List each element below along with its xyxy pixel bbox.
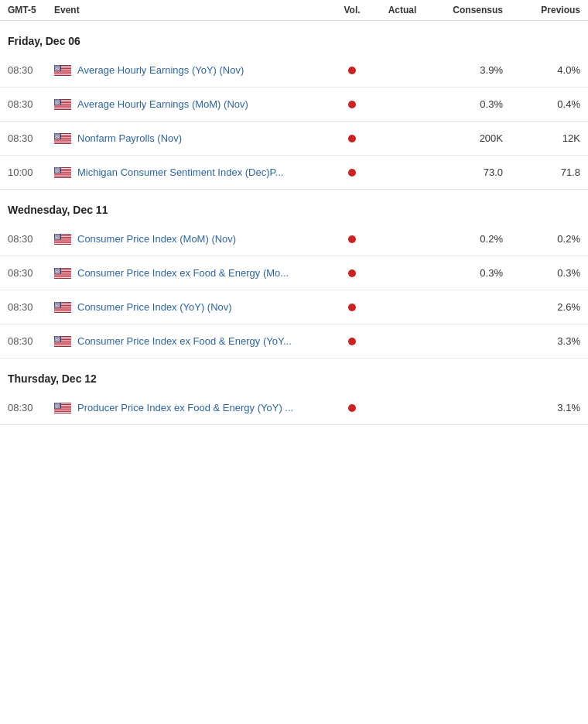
svg-rect-176 [54, 243, 71, 244]
svg-point-61 [56, 100, 57, 101]
svg-point-238 [56, 271, 56, 272]
svg-point-118 [60, 136, 60, 137]
svg-point-62 [57, 100, 58, 101]
svg-point-345 [58, 403, 59, 403]
event-name-cell: Michigan Consumer Sentiment Index (Dec)P… [54, 166, 333, 178]
svg-rect-53 [54, 108, 71, 109]
svg-point-27 [60, 67, 60, 67]
event-link[interactable]: Average Hourly Earnings (YoY) (Nov) [77, 64, 244, 76]
svg-point-235 [57, 270, 58, 271]
svg-point-15 [56, 65, 56, 66]
svg-point-358 [57, 405, 58, 406]
svg-rect-92 [54, 141, 71, 142]
event-link[interactable]: Consumer Price Index (YoY) (Nov) [77, 301, 232, 313]
volatility-dot [348, 169, 356, 177]
svg-point-266 [56, 303, 57, 304]
event-name-cell: Producer Price Index ex Food & Energy (Y… [54, 402, 333, 413]
event-consensus: 0.3% [433, 267, 511, 279]
svg-point-151 [55, 170, 56, 170]
svg-rect-294 [54, 341, 71, 342]
event-link[interactable]: Producer Price Index ex Food & Energy (Y… [77, 402, 293, 413]
svg-point-351 [55, 404, 56, 405]
svg-point-107 [57, 135, 58, 136]
svg-point-302 [56, 336, 56, 337]
volatility-dot [348, 67, 356, 74]
event-previous: 0.4% [511, 98, 580, 110]
svg-point-190 [58, 235, 59, 236]
svg-point-313 [58, 338, 59, 338]
event-time: 08:30 [8, 402, 54, 413]
svg-point-110 [55, 136, 56, 136]
svg-point-189 [57, 235, 58, 236]
svg-point-195 [59, 236, 60, 237]
event-link[interactable]: Consumer Price Index (MoM) (Nov) [77, 233, 236, 245]
col-event: Event [54, 5, 333, 15]
svg-rect-51 [54, 107, 71, 108]
svg-point-344 [57, 403, 58, 403]
svg-rect-257 [54, 311, 71, 311]
svg-point-78 [55, 104, 56, 105]
event-link[interactable]: Average Hourly Earnings (MoM) (Nov) [77, 98, 248, 110]
svg-point-281 [58, 305, 59, 306]
svg-point-120 [56, 138, 57, 139]
event-name-cell: Average Hourly Earnings (MoM) (Nov) [54, 98, 333, 110]
svg-point-277 [59, 304, 60, 305]
svg-point-279 [56, 305, 56, 306]
event-name-cell: Consumer Price Index ex Food & Energy (M… [54, 267, 333, 279]
table-row: 08:30 [0, 290, 588, 324]
svg-point-241 [60, 271, 60, 272]
svg-point-263 [58, 302, 59, 303]
svg-point-144 [57, 168, 58, 169]
svg-point-322 [58, 339, 59, 340]
svg-point-69 [55, 101, 56, 102]
svg-point-99 [58, 133, 59, 134]
event-name-cell: Consumer Price Index ex Food & Energy (Y… [54, 335, 333, 347]
col-gmt: GMT-5 [8, 5, 54, 15]
svg-point-243 [56, 273, 57, 273]
event-vol [333, 235, 371, 243]
svg-point-365 [55, 407, 56, 408]
table-row: 10:00 [0, 156, 588, 190]
svg-point-228 [55, 269, 56, 270]
event-link[interactable]: Consumer Price Index ex Food & Energy (M… [77, 267, 289, 279]
event-previous: 3.3% [511, 335, 580, 347]
svg-point-119 [55, 138, 56, 139]
svg-point-21 [57, 66, 58, 67]
volatility-dot [348, 338, 356, 345]
event-link[interactable]: Michigan Consumer Sentiment Index (Dec)P… [77, 166, 283, 178]
svg-point-239 [57, 271, 58, 272]
svg-point-362 [57, 406, 58, 407]
svg-point-64 [55, 101, 56, 101]
svg-point-359 [59, 405, 60, 406]
section-header-0: Friday, Dec 06 [0, 21, 588, 53]
svg-rect-212 [54, 273, 71, 274]
svg-point-226 [57, 269, 58, 269]
svg-point-19 [55, 66, 56, 67]
svg-point-361 [56, 406, 56, 407]
svg-point-25 [57, 67, 58, 67]
event-link[interactable]: Nonfarm Payrolls (Nov) [77, 132, 182, 144]
svg-rect-89 [54, 139, 71, 139]
volatility-dot [348, 304, 356, 311]
svg-point-113 [59, 136, 60, 136]
svg-point-140 [58, 167, 59, 168]
svg-rect-90 [54, 139, 71, 140]
svg-point-72 [59, 101, 60, 102]
us-flag-icon [54, 167, 71, 178]
svg-point-273 [60, 304, 60, 304]
svg-point-220 [56, 268, 56, 269]
svg-point-33 [56, 68, 56, 69]
event-vol [333, 169, 371, 177]
svg-point-353 [57, 404, 58, 405]
svg-point-122 [59, 138, 60, 139]
event-vol [333, 101, 371, 108]
svg-point-106 [56, 135, 56, 136]
svg-point-193 [56, 236, 57, 237]
svg-point-153 [57, 170, 58, 170]
svg-point-282 [60, 305, 60, 306]
svg-point-231 [58, 269, 59, 270]
svg-point-116 [57, 136, 58, 137]
event-link[interactable]: Consumer Price Index ex Food & Energy (Y… [77, 335, 292, 347]
volatility-dot [348, 135, 356, 142]
svg-point-360 [55, 406, 56, 407]
